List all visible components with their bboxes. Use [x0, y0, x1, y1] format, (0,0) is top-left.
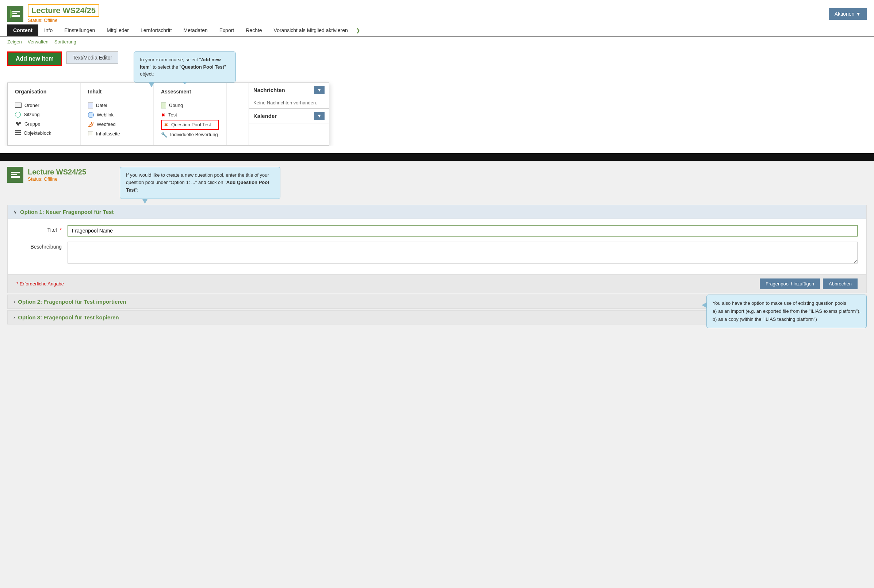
bottom-app-icon — [7, 167, 23, 183]
dropdown-item-ubung[interactable]: Übung — [161, 101, 219, 110]
sidebar-nachrichten-body: Keine Nachrichten vorhanden. — [249, 97, 329, 108]
option1-header[interactable]: ∨ Option 1: Neuer Fragenpool für Test — [8, 205, 866, 219]
dropdown-item-bewertung[interactable]: 🔧 Individuelle Bewertung — [161, 130, 219, 140]
dropdown-item-inhaltsseite-label: Inhaltsseite — [96, 131, 120, 136]
tooltip-text-2: If you would like to create a new questi… — [126, 172, 269, 193]
dropdown-col-inhalt: Inhalt Datei Weblink Webfeed — [81, 83, 154, 145]
option1-chevron: ∨ — [14, 209, 17, 214]
sub-nav-verwalten[interactable]: Verwalten — [28, 39, 48, 45]
sub-nav-sortierung[interactable]: Sortierung — [54, 39, 76, 45]
dropdown-item-bewertung-label: Individuelle Bewertung — [170, 132, 218, 137]
sidebar-nachrichten-title: Nachrichten — [253, 87, 285, 93]
bottom-header-left: Lecture WS24/25 Status: Offline — [7, 167, 86, 183]
weblink-icon — [88, 112, 94, 118]
tab-content[interactable]: Content — [7, 24, 38, 36]
dropdown-item-objekteblock[interactable]: Objekteblock — [15, 129, 73, 138]
dropdown-item-question-pool-label: Question Pool Test — [171, 122, 211, 128]
top-section: Lecture WS24/25 Status: Offline Aktionen… — [0, 0, 874, 154]
option2-chevron: › — [14, 299, 15, 304]
titel-required: * — [60, 227, 62, 233]
beschreibung-row: Beschreibung — [17, 242, 857, 264]
question-pool-icon: ✖ — [164, 122, 168, 128]
tab-info[interactable]: Info — [38, 24, 59, 36]
dropdown-item-test[interactable]: ✖ Test — [161, 110, 219, 120]
dropdown-item-gruppe[interactable]: Gruppe — [15, 119, 73, 129]
dropdown-item-ubung-label: Übung — [169, 102, 183, 108]
tab-metadaten[interactable]: Metadaten — [178, 24, 213, 36]
bewertung-icon: 🔧 — [161, 132, 167, 138]
objectblock-icon — [15, 130, 21, 135]
svg-rect-7 — [15, 130, 21, 131]
dropdown-item-ordner-label: Ordner — [24, 102, 39, 108]
dropdown-item-inhaltsseite[interactable]: Inhaltsseite — [88, 129, 146, 138]
option1-form: Titel * Beschreibung — [8, 219, 866, 274]
svg-rect-12 — [11, 172, 20, 173]
dropdown-item-sitzung-label: Sitzung — [24, 112, 39, 117]
options-2-3-area: › Option 2: Fragenpool für Test importie… — [7, 294, 867, 324]
aktionen-button[interactable]: Aktionen ▼ — [829, 8, 867, 20]
tab-mitglieder[interactable]: Mitglieder — [101, 24, 135, 36]
nav-tabs: Content Info Einstellungen Mitglieder Le… — [0, 24, 874, 37]
black-divider — [0, 154, 874, 161]
tooltip-arrow-1 — [149, 82, 155, 87]
beschreibung-textarea[interactable] — [68, 242, 857, 264]
svg-marker-3 — [10, 9, 12, 18]
option3-chevron: › — [14, 315, 15, 320]
tab-rechte[interactable]: Rechte — [240, 24, 267, 36]
sidebar-nachrichten-header: Nachrichten ▼ — [249, 83, 329, 97]
text-media-editor-button[interactable]: Text/Media Editor — [66, 51, 118, 64]
dropdown-item-webfeed[interactable]: Webfeed — [88, 120, 146, 129]
dropdown-col-inhalt-title: Inhalt — [88, 89, 146, 97]
svg-rect-11 — [11, 176, 20, 178]
tooltip-bubble-1: In your exam course, select "Add new Ite… — [134, 51, 236, 82]
tooltip-text-1: In your exam course, select "Add new Ite… — [140, 57, 225, 76]
course-title: Lecture WS24/25 — [28, 4, 99, 17]
tooltip-text-3: You also have the option to make use of … — [713, 300, 860, 322]
sidebar-kalender-widget: Kalender ▼ — [249, 109, 329, 123]
svg-point-6 — [17, 123, 20, 126]
sidebar-kalender-header: Kalender ▼ — [249, 109, 329, 123]
abbrechen-button[interactable]: Abbrechen — [823, 279, 857, 289]
add-new-item-button[interactable]: Add new Item — [7, 51, 62, 66]
form-actions: * Erforderliche Angabe Fragenpool hinzuf… — [8, 274, 866, 293]
dropdown-item-question-pool[interactable]: ✖ Question Pool Test — [161, 120, 219, 130]
dropdown-item-datei[interactable]: Datei — [88, 101, 146, 110]
dropdown-item-objekteblock-label: Objekteblock — [24, 130, 51, 136]
svg-rect-8 — [15, 132, 21, 133]
svg-point-10 — [89, 126, 89, 127]
app-icon — [7, 6, 23, 22]
file-icon — [88, 102, 93, 108]
sub-nav-zeigen[interactable]: Zeigen — [7, 39, 22, 45]
option1-section: ∨ Option 1: Neuer Fragenpool für Test Ti… — [7, 205, 867, 293]
sidebar-nachrichten-widget: Nachrichten ▼ Keine Nachrichten vorhande… — [249, 83, 329, 109]
titel-row: Titel * — [17, 225, 857, 237]
dropdown-item-weblink[interactable]: Weblink — [88, 110, 146, 120]
tab-voransicht[interactable]: Voransicht als Mitglied aktivieren — [268, 24, 354, 36]
dropdown-menu: Organisation Ordner Sitzung Gruppe — [7, 82, 329, 146]
webfeed-icon — [88, 122, 94, 128]
sidebar-nachrichten-toggle[interactable]: ▼ — [314, 86, 324, 94]
fragenpool-hinzufugen-button[interactable]: Fragenpool hinzufügen — [760, 279, 820, 289]
sidebar-kalender-toggle[interactable]: ▼ — [314, 112, 324, 120]
tooltip-bubble-3: You also have the option to make use of … — [706, 294, 867, 328]
dropdown-item-gruppe-label: Gruppe — [24, 121, 40, 127]
tab-export[interactable]: Export — [213, 24, 240, 36]
session-icon — [15, 112, 21, 117]
tab-einstellungen[interactable]: Einstellungen — [59, 24, 101, 36]
titel-input[interactable] — [68, 225, 857, 237]
header-bar: Lecture WS24/25 Status: Offline Aktionen… — [0, 0, 874, 24]
nav-arrow[interactable]: ❯ — [354, 24, 362, 36]
bottom-course-icon — [9, 169, 21, 181]
sub-nav: Zeigen Verwalten Sortierung — [0, 37, 874, 47]
bottom-section: Lecture WS24/25 Status: Offline If you w… — [0, 161, 874, 340]
action-buttons: Fragenpool hinzufügen Abbrechen — [760, 279, 857, 289]
dropdown-col-assessment: Assessment Übung ✖ Test ✖ Question Pool … — [154, 83, 227, 145]
course-icon — [9, 8, 21, 20]
dropdown-item-sitzung[interactable]: Sitzung — [15, 110, 73, 119]
status-offline: Status: Offline — [28, 18, 99, 23]
dropdown-item-ordner[interactable]: Ordner — [15, 101, 73, 110]
svg-rect-9 — [15, 134, 21, 135]
tab-lernfortschritt[interactable]: Lernfortschritt — [135, 24, 178, 36]
tooltip-arrow-3 — [702, 302, 707, 308]
bottom-header: Lecture WS24/25 Status: Offline If you w… — [0, 161, 874, 199]
